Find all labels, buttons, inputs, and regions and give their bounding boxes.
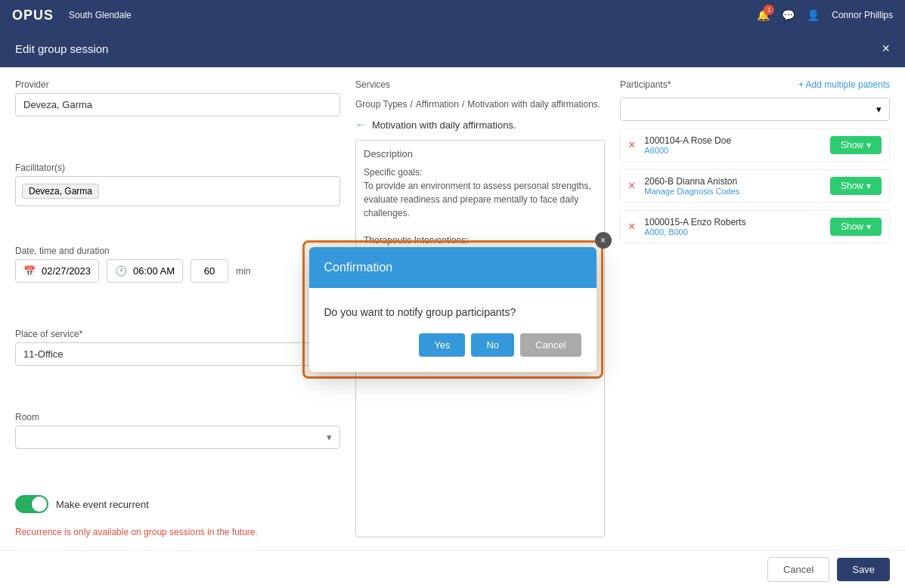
confirmation-cancel-button[interactable]: Cancel (520, 333, 581, 357)
user-avatar[interactable]: 👤 (807, 9, 820, 21)
location-label: South Glendale (69, 10, 132, 20)
nav-icons: 🔔1 💬 👤 Connor Phillips (757, 9, 893, 21)
confirmation-border-box: × Confirmation Do you want to notify gro… (302, 240, 603, 379)
confirmation-overlay: × Confirmation Do you want to notify gro… (0, 30, 905, 588)
confirmation-dialog: Confirmation Do you want to notify group… (309, 247, 597, 372)
confirmation-message: Do you want to notify group participants… (324, 306, 516, 318)
confirmation-yes-button[interactable]: Yes (419, 333, 465, 357)
confirmation-title: Confirmation (324, 261, 393, 274)
confirmation-no-button[interactable]: No (471, 333, 514, 357)
app-logo: OPUS (12, 8, 54, 23)
confirmation-body: Do you want to notify group participants… (309, 288, 597, 333)
confirmation-header: Confirmation (309, 247, 597, 288)
user-name: Connor Phillips (832, 10, 893, 20)
top-nav: OPUS South Glendale 🔔1 💬 👤 Connor Philli… (0, 0, 905, 30)
confirmation-footer: Yes No Cancel (309, 333, 597, 372)
chat-icon[interactable]: 💬 (782, 9, 795, 21)
bell-icon[interactable]: 🔔1 (757, 9, 770, 21)
outer-close-button[interactable]: × (595, 232, 612, 249)
